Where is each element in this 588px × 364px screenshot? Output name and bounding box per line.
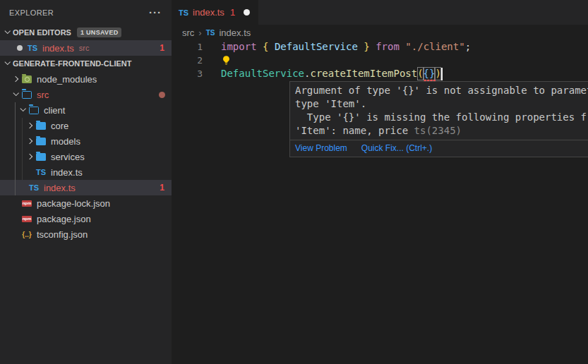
tree-item-label: index.ts	[44, 183, 76, 193]
open-editor-item-index-ts[interactable]: TS index.ts src 1	[0, 40, 172, 56]
workspace-section-header[interactable]: GENERATE-FRONTEND-CLIENT	[0, 56, 172, 71]
tree-item-package-json[interactable]: npmpackage.json	[0, 211, 172, 226]
breadcrumb: src › TS index.ts	[172, 25, 588, 40]
tree-item-label: package-lock.json	[37, 198, 110, 209]
line-number: 3	[172, 67, 221, 80]
code-token: createItemItemPost	[310, 67, 417, 80]
tree-item-package-lock-json[interactable]: npmpackage-lock.json	[0, 195, 172, 211]
vscode-window: EXPLORER ··· OPEN EDITORS 1 UNSAVED TS i…	[0, 0, 588, 364]
tree-item-label: models	[51, 136, 80, 147]
tree-item-label: tsconfig.json	[37, 229, 88, 240]
tree-item-label: src	[37, 90, 49, 100]
tree-item-label: node_modules	[37, 74, 97, 85]
chevron-down-icon[interactable]	[17, 108, 28, 112]
explorer-sidebar: EXPLORER ··· OPEN EDITORS 1 UNSAVED TS i…	[0, 0, 172, 364]
editor-area: TS index.ts 1 src › TS index.ts 1import …	[172, 0, 588, 364]
folder-node-icon	[21, 73, 32, 85]
folder-closed-icon	[35, 151, 47, 162]
code-area[interactable]: 1import { DefaultService } from "./clien…	[172, 40, 588, 80]
code-token: {	[263, 40, 268, 54]
typescript-file-icon: TS	[206, 29, 215, 37]
file-json-icon: {..}	[21, 229, 32, 240]
tree-item-label: client	[44, 105, 65, 116]
code-token: )	[435, 67, 440, 80]
open-editors-section-header[interactable]: OPEN EDITORS 1 UNSAVED	[0, 25, 172, 40]
tree-item-index-ts[interactable]: TSindex.ts	[0, 164, 172, 180]
tree-item-node-modules[interactable]: node_modules	[0, 71, 172, 87]
tree-item-client[interactable]: client	[0, 102, 172, 118]
file-tree: node_modulessrcclientcoremodelsservicesT…	[0, 71, 172, 242]
breadcrumb-separator: ›	[198, 28, 201, 38]
error-line: Type '{}' is missing the following prope…	[295, 111, 588, 124]
tree-item-label: package.json	[37, 214, 91, 224]
modified-dot-icon[interactable]	[17, 45, 23, 51]
error-count-badge: 1	[160, 183, 164, 193]
breadcrumb-folder[interactable]: src	[182, 28, 194, 38]
code-token	[370, 40, 376, 54]
unsaved-count-badge: 1 UNSAVED	[77, 28, 122, 37]
lightbulb-icon[interactable]	[221, 55, 232, 66]
code-line-content	[221, 54, 233, 67]
quick-fix-link[interactable]: Quick Fix... (Ctrl+.)	[361, 143, 432, 153]
code-token: DefaultService	[221, 67, 304, 80]
view-problem-link[interactable]: View Problem	[295, 143, 347, 153]
folder-closed-icon	[35, 120, 47, 131]
code-token: from	[376, 40, 400, 54]
tree-item-services[interactable]: services	[0, 149, 172, 164]
more-actions-icon[interactable]: ···	[149, 9, 162, 16]
code-token: .	[304, 67, 310, 80]
code-line-3[interactable]: 3DefaultService.createItemItemPost({})	[172, 67, 588, 80]
open-editor-file-detail: src	[79, 44, 90, 52]
file-npm-icon: npm	[21, 213, 32, 224]
code-token	[400, 40, 405, 54]
line-number: 1	[172, 40, 221, 54]
modified-dot-icon[interactable]	[244, 9, 250, 16]
hover-actions: View Problem Quick Fix... (Ctrl+.)	[290, 140, 588, 157]
file-ts-icon: TS	[28, 182, 40, 193]
code-token: }	[364, 40, 369, 54]
file-ts-icon: TS	[35, 166, 47, 178]
error-message: Argument of type '{}' is not assignable …	[290, 82, 588, 140]
chevron-down-icon[interactable]	[1, 30, 13, 35]
open-editor-file-name: index.ts	[42, 43, 74, 54]
tree-item-tsconfig-json[interactable]: {..}tsconfig.json	[0, 226, 172, 242]
chevron-right-icon[interactable]	[24, 123, 35, 128]
error-line: type 'Item'.	[295, 97, 588, 111]
error-count-badge: 1	[160, 43, 164, 53]
indent-guide	[22, 118, 23, 180]
chevron-down-icon[interactable]	[10, 92, 21, 97]
breadcrumb-file[interactable]: index.ts	[219, 28, 251, 38]
indent-guide	[15, 102, 16, 195]
code-line-content: import { DefaultService } from "./client…	[221, 40, 471, 54]
code-line-2[interactable]: 2	[172, 54, 588, 67]
chevron-right-icon[interactable]	[24, 139, 35, 143]
chevron-down-icon[interactable]	[1, 61, 13, 66]
chevron-right-icon[interactable]	[24, 154, 35, 159]
tree-item-label: services	[51, 152, 85, 162]
open-editors-label: OPEN EDITORS	[13, 28, 71, 37]
error-line: Argument of type '{}' is not assignable …	[295, 84, 588, 97]
tab-title: index.ts	[193, 7, 224, 18]
tree-item-core[interactable]: core	[0, 118, 172, 133]
workspace-label: GENERATE-FRONTEND-CLIENT	[13, 59, 131, 68]
typescript-file-icon: TS	[27, 42, 38, 54]
tab-bar: TS index.ts 1	[172, 0, 588, 25]
tree-item-models[interactable]: models	[0, 133, 172, 149]
tree-item-index-ts[interactable]: TSindex.ts1	[0, 180, 172, 195]
tab-error-count: 1	[230, 7, 235, 18]
modified-indicator-dot	[159, 92, 165, 98]
file-npm-icon: npm	[21, 198, 32, 209]
tree-item-src[interactable]: src	[0, 87, 172, 102]
tree-item-label: index.ts	[51, 167, 83, 178]
code-line-1[interactable]: 1import { DefaultService } from "./clien…	[172, 40, 588, 54]
explorer-header: EXPLORER ···	[0, 0, 172, 25]
code-token: "./client"	[405, 40, 464, 54]
error-line: 'Item': name, price ts(2345)	[295, 124, 588, 138]
code-line-content: DefaultService.createItemItemPost({})	[221, 67, 443, 80]
tab-index-ts[interactable]: TS index.ts 1	[172, 0, 258, 25]
folder-open-icon	[21, 89, 32, 100]
error-hover-tooltip: Argument of type '{}' is not assignable …	[289, 81, 588, 157]
line-number: 2	[172, 54, 221, 67]
code-token: DefaultService	[268, 40, 364, 54]
chevron-right-icon[interactable]	[10, 77, 21, 81]
